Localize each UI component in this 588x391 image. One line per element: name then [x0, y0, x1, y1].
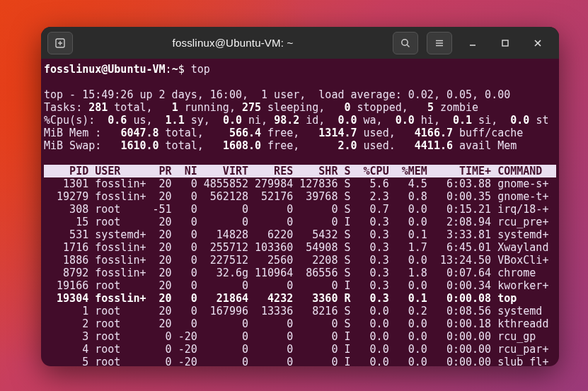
maximize-icon: [500, 38, 510, 48]
close-icon: [533, 38, 543, 48]
svg-line-4: [407, 45, 409, 47]
maximize-button[interactable]: [493, 33, 517, 54]
menu-button[interactable]: [427, 32, 452, 54]
minimize-icon: [468, 38, 478, 48]
terminal-window: fosslinux@Ubuntu-VM: ~: [41, 27, 559, 366]
new-tab-icon: [54, 37, 66, 49]
svg-rect-9: [502, 40, 508, 46]
search-icon: [400, 37, 411, 49]
hamburger-icon: [434, 37, 445, 49]
svg-point-3: [402, 39, 408, 45]
new-tab-button[interactable]: [47, 32, 73, 54]
search-button[interactable]: [393, 32, 418, 54]
terminal-area[interactable]: fosslinux@Ubuntu-VM:~$ top top - 15:49:2…: [41, 59, 559, 366]
titlebar: fosslinux@Ubuntu-VM: ~: [41, 27, 559, 59]
minimize-button[interactable]: [461, 33, 485, 54]
close-button[interactable]: [526, 33, 550, 54]
window-title: fosslinux@Ubuntu-VM: ~: [75, 37, 391, 49]
